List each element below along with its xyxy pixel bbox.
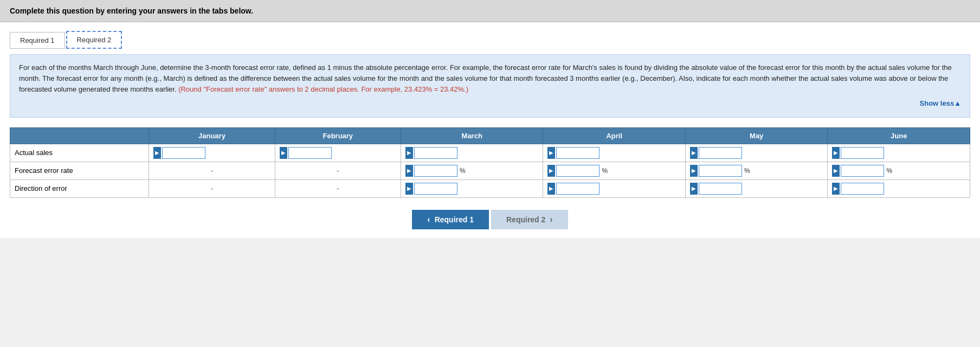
show-less-label: Show less▲ [920,99,961,107]
tabs-row: Required 1 Required 2 [10,31,970,49]
cell-direction-jun: ▶ [828,179,970,197]
input-actual-may[interactable] [699,147,742,159]
percent-label-apr: % [602,167,608,175]
cell-actual-apr: ▶ [543,144,686,162]
nav-buttons: Required 1 Required 2 [10,210,970,229]
main-content: Required 1 Required 2 For each of the mo… [0,22,980,238]
description-box: For each of the months March through Jun… [10,54,970,118]
percent-label-mar: % [460,167,466,175]
cell-forecast-jan-dash: - [149,162,275,179]
cell-forecast-apr: ▶ % [543,162,686,179]
row-label-direction: Direction of error [10,179,149,197]
input-direction-apr[interactable] [556,183,599,195]
col-header-empty [10,127,149,144]
instruction-banner: Complete this question by entering your … [0,0,980,22]
cell-actual-feb: ▶ [275,144,401,162]
arrow-btn-direction-mar[interactable]: ▶ [405,183,413,195]
row-label-actual-sales: Actual sales [10,144,149,162]
percent-label-jun: % [886,167,892,175]
input-forecast-jun[interactable] [841,165,884,177]
arrow-btn-actual-feb[interactable]: ▶ [280,147,287,159]
cell-direction-jan-dash: - [149,179,275,197]
data-table: January February March April May June Ac… [10,127,970,198]
tab-required2-label: Required 2 [77,36,112,44]
cell-forecast-feb-dash: - [275,162,401,179]
tab-required1[interactable]: Required 1 [10,32,65,49]
arrow-btn-forecast-mar[interactable]: ▶ [405,165,413,177]
col-header-february: February [275,127,401,144]
row-label-forecast-error: Forecast error rate [10,162,149,179]
cell-actual-may: ▶ [685,144,828,162]
col-header-may: May [685,127,828,144]
tab-required2[interactable]: Required 2 [66,31,122,49]
input-actual-jan[interactable] [162,147,205,159]
arrow-btn-actual-jan[interactable]: ▶ [153,147,161,159]
arrow-btn-direction-jun[interactable]: ▶ [832,183,840,195]
page-wrapper: Complete this question by entering your … [0,0,980,238]
prev-button[interactable]: Required 1 [412,210,489,229]
arrow-btn-actual-may[interactable]: ▶ [690,147,698,159]
next-arrow-icon [550,215,552,224]
cell-actual-jun: ▶ [828,144,970,162]
cell-direction-feb-dash: - [275,179,401,197]
input-forecast-mar[interactable] [414,165,457,177]
arrow-btn-actual-jun[interactable]: ▶ [832,147,840,159]
arrow-btn-actual-mar[interactable]: ▶ [405,147,413,159]
next-button[interactable]: Required 2 [491,210,568,229]
cell-actual-mar: ▶ [401,144,543,162]
arrow-btn-direction-may[interactable]: ▶ [690,183,698,195]
cell-direction-apr: ▶ [543,179,686,197]
cell-forecast-mar: ▶ % [401,162,543,179]
col-header-january: January [149,127,275,144]
data-table-wrapper: January February March April May June Ac… [10,127,970,198]
table-header-row: January February March April May June [10,127,970,144]
arrow-btn-forecast-apr[interactable]: ▶ [547,165,555,177]
input-actual-feb[interactable] [288,147,332,159]
tab-required1-label: Required 1 [20,36,55,44]
arrow-btn-direction-apr[interactable]: ▶ [547,183,555,195]
percent-label-may: % [744,167,750,175]
input-direction-jun[interactable] [841,183,884,195]
input-forecast-may[interactable] [699,165,742,177]
prev-button-label: Required 1 [435,215,474,224]
input-direction-mar[interactable] [414,183,457,195]
arrow-btn-actual-apr[interactable]: ▶ [547,147,555,159]
input-actual-mar[interactable] [414,147,457,159]
col-header-april: April [543,127,686,144]
table-row-actual-sales: Actual sales ▶ ▶ [10,144,970,162]
next-button-label: Required 2 [506,215,545,224]
col-header-june: June [828,127,970,144]
cell-direction-mar: ▶ [401,179,543,197]
show-less-button[interactable]: Show less▲ [19,98,961,109]
instruction-text: Complete this question by entering your … [10,7,253,15]
cell-actual-jan: ▶ [149,144,275,162]
cell-forecast-may: ▶ % [685,162,828,179]
description-red-text: (Round "Forecast error rate" answers to … [178,85,468,93]
prev-arrow-icon [427,215,430,224]
cell-forecast-jun: ▶ % [828,162,970,179]
table-row-forecast-error: Forecast error rate - - ▶ % [10,162,970,179]
description-main-text: For each of the months March through Jun… [19,63,952,93]
input-actual-jun[interactable] [841,147,884,159]
table-row-direction: Direction of error - - ▶ ▶ [10,179,970,197]
arrow-btn-forecast-may[interactable]: ▶ [690,165,698,177]
input-forecast-apr[interactable] [556,165,599,177]
col-header-march: March [401,127,543,144]
input-actual-apr[interactable] [556,147,599,159]
cell-direction-may: ▶ [685,179,828,197]
input-direction-may[interactable] [699,183,742,195]
arrow-btn-forecast-jun[interactable]: ▶ [832,165,840,177]
